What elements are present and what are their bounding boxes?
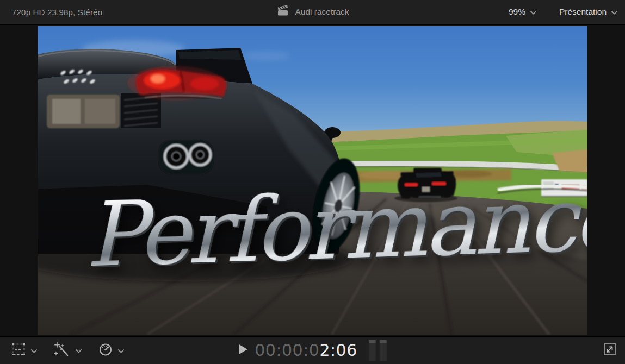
expand-icon [602, 342, 617, 359]
view-options-menu[interactable]: Présentation [559, 7, 617, 17]
chevron-down-icon [31, 346, 37, 355]
magic-wand-icon [53, 342, 71, 359]
zoom-level-value: 99% [509, 7, 525, 17]
retime-tool-button[interactable] [98, 342, 124, 359]
play-button[interactable] [238, 344, 247, 357]
audio-meters-button[interactable] [369, 340, 387, 361]
chevron-down-icon [76, 346, 82, 355]
video-canvas[interactable]: Performance [38, 26, 587, 335]
title-overlay-performance[interactable]: Performance [84, 174, 587, 280]
timecode-display: 00:00:02:06 [255, 342, 357, 359]
effects-tool-button[interactable] [53, 342, 82, 359]
clapperboard-icon [276, 5, 289, 19]
transform-icon [11, 342, 26, 359]
audio-meter-right [380, 340, 387, 361]
toolbar-right-group: 99% Présentation [509, 7, 617, 17]
clip-title-group: Audi racetrack [276, 5, 349, 19]
audio-meter-left [369, 340, 376, 361]
viewer-area: Performance [0, 25, 625, 336]
view-options-label: Présentation [559, 7, 607, 17]
timecode-bright-digits: 2:06 [319, 342, 357, 359]
viewer-toolbar: 720p HD 23.98p, Stéréo Audi racetrack 99… [0, 0, 625, 25]
viewer-tools-group [11, 342, 124, 359]
transport-bar: 00:00:02:06 [0, 336, 625, 364]
zoom-level-menu[interactable]: 99% [509, 7, 536, 17]
transform-tool-button[interactable] [11, 342, 37, 359]
fullscreen-button[interactable] [602, 342, 617, 359]
chevron-down-icon [118, 346, 124, 355]
chevron-down-icon [611, 7, 617, 17]
chevron-down-icon [530, 7, 536, 17]
timecode-dim-digits: 00:00:0 [255, 342, 319, 359]
clip-format-info: 720p HD 23.98p, Stéréo [12, 8, 102, 17]
clip-title: Audi racetrack [295, 7, 349, 17]
playback-controls: 00:00:02:06 [238, 340, 387, 361]
retime-speedometer-icon [98, 342, 113, 359]
